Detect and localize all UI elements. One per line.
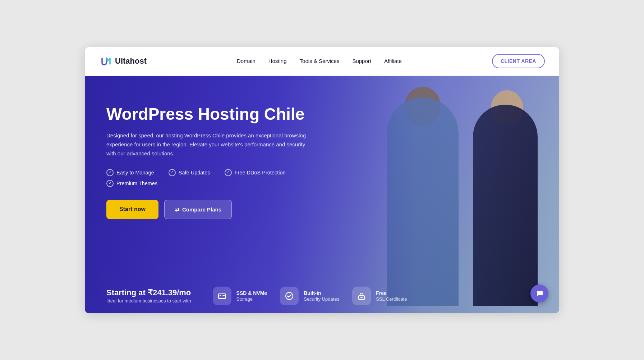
feature-badges: SSD & NVMe Storage Built-in Security Upd… xyxy=(213,287,538,305)
check-icon-4: ✓ xyxy=(106,180,114,187)
feature-label-4: Premium Themes xyxy=(116,181,157,186)
svg-rect-3 xyxy=(222,295,222,296)
nav-link-affiliate[interactable]: Affiliate xyxy=(384,58,402,64)
logo[interactable]: Ultahost xyxy=(99,55,147,68)
nav-item-affiliate[interactable]: Affiliate xyxy=(384,58,402,64)
nav-link-hosting[interactable]: Hosting xyxy=(268,58,287,64)
nav-link-support[interactable]: Support xyxy=(352,58,371,64)
logo-text: Ultahost xyxy=(115,56,147,66)
start-now-button[interactable]: Start now xyxy=(106,200,158,219)
hero-title: WordPress Hosting Chile xyxy=(106,105,315,124)
navbar: Ultahost Domain Hosting Tools & Services… xyxy=(85,47,559,76)
hero-features: ✓ Easy to Manage ✓ Safe Updates ✓ Free D… xyxy=(106,169,315,187)
badge-ssl: SSL Free SSL Certificate xyxy=(352,287,407,305)
feature-premium-themes: ✓ Premium Themes xyxy=(106,180,157,187)
compare-icon: ⇄ xyxy=(175,206,179,213)
badge-ssd-text: SSD & NVMe Storage xyxy=(236,290,267,302)
badge-ssd: SSD & NVMe Storage xyxy=(213,287,267,305)
nav-link-domain[interactable]: Domain xyxy=(237,58,256,64)
feature-label-1: Easy to Manage xyxy=(116,170,154,176)
chat-button[interactable] xyxy=(530,284,548,302)
nav-item-tools[interactable]: Tools & Services xyxy=(300,58,340,64)
hero-section: WordPress Hosting Chile Designed for spe… xyxy=(85,76,559,313)
svg-rect-4 xyxy=(223,295,225,296)
hero-bottom: Starting at ₹241.39/mo Ideal for medium … xyxy=(85,279,559,313)
badge-ssl-title: Free xyxy=(376,290,407,296)
logo-icon xyxy=(99,55,112,68)
svg-rect-1 xyxy=(218,294,226,299)
compare-plans-button[interactable]: ⇄ Compare Plans xyxy=(164,200,232,219)
ssl-icon: SSL xyxy=(352,287,371,305)
svg-rect-2 xyxy=(220,295,221,296)
badge-ssl-text: Free SSL Certificate xyxy=(376,290,407,302)
badge-security-title: Built-in xyxy=(304,290,339,296)
feature-safe-updates: ✓ Safe Updates xyxy=(169,169,210,176)
badge-security: Built-in Security Updates xyxy=(280,287,339,305)
compare-plans-label: Compare Plans xyxy=(182,206,221,213)
nav-link-tools[interactable]: Tools & Services xyxy=(300,58,340,64)
badge-ssd-sub: Storage xyxy=(236,296,267,302)
nav-item-domain[interactable]: Domain xyxy=(237,58,256,64)
price-main: Starting at ₹241.39/mo xyxy=(106,288,191,297)
feature-label-2: Safe Updates xyxy=(179,170,210,176)
badge-ssd-title: SSD & NVMe xyxy=(236,290,267,296)
badge-security-sub: Security Updates xyxy=(304,296,339,302)
check-icon-2: ✓ xyxy=(169,169,176,176)
badge-ssl-sub: SSL Certificate xyxy=(376,296,407,302)
client-area-button[interactable]: CLIENT AREA xyxy=(492,54,545,68)
svg-text:SSL: SSL xyxy=(360,296,363,299)
feature-label-3: Free DDoS Protection xyxy=(235,170,286,176)
check-icon-1: ✓ xyxy=(106,169,114,176)
hero-buttons: Start now ⇄ Compare Plans xyxy=(106,200,315,219)
nav-item-support[interactable]: Support xyxy=(352,58,371,64)
check-icon-3: ✓ xyxy=(225,169,232,176)
nav-links: Domain Hosting Tools & Services Support … xyxy=(237,58,402,64)
feature-ddos: ✓ Free DDoS Protection xyxy=(225,169,286,176)
page-wrapper: Ultahost Domain Hosting Tools & Services… xyxy=(85,47,559,313)
nav-item-hosting[interactable]: Hosting xyxy=(268,58,287,64)
hero-content: WordPress Hosting Chile Designed for spe… xyxy=(85,76,336,233)
price-section: Starting at ₹241.39/mo Ideal for medium … xyxy=(106,288,191,304)
security-icon xyxy=(280,287,299,305)
badge-security-text: Built-in Security Updates xyxy=(304,290,339,302)
price-sub: Ideal for medium businesses to start wit… xyxy=(106,298,191,304)
feature-easy-manage: ✓ Easy to Manage xyxy=(106,169,154,176)
ssd-icon xyxy=(213,287,231,305)
hero-description: Designed for speed, our hosting WordPres… xyxy=(106,131,308,158)
